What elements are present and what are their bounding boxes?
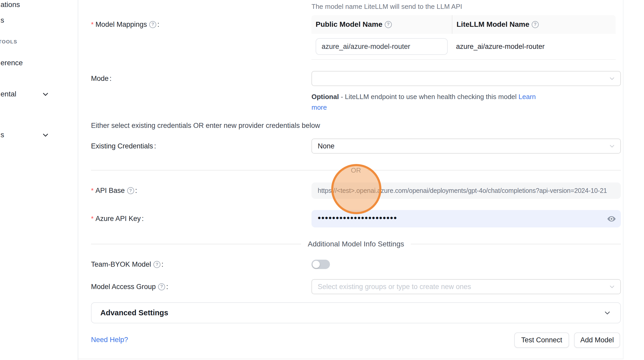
azure-api-key-label-text: Azure API Key xyxy=(95,215,141,223)
model-access-group-placeholder: Select existing groups or type to create… xyxy=(318,283,471,291)
or-divider: OR xyxy=(91,166,621,175)
label-colon: : xyxy=(154,142,156,150)
existing-credentials-label-text: Existing Credentials xyxy=(91,142,153,150)
chevron-down-icon[interactable] xyxy=(41,90,50,99)
team-byok-toggle[interactable] xyxy=(311,260,330,269)
sidebar-item-settings[interactable]: s xyxy=(1,131,4,139)
help-question-icon[interactable]: ? xyxy=(127,187,134,194)
existing-credentials-value: None xyxy=(318,142,335,150)
credentials-note: Either select existing credentials OR en… xyxy=(91,122,320,130)
help-question-icon[interactable]: ? xyxy=(149,21,156,28)
public-model-name-header-text: Public Model Name xyxy=(316,20,382,29)
additional-settings-divider-text: Additional Model Info Settings xyxy=(308,240,404,248)
label-colon: : xyxy=(157,21,159,29)
sidebar-item-models[interactable]: s xyxy=(1,16,4,24)
card-bottom-divider xyxy=(78,359,623,359)
or-divider-text: OR xyxy=(351,166,361,174)
model-mappings-table: Public Model Name ? LiteLLM Model Name ?… xyxy=(311,15,616,60)
optional-prefix: Optional xyxy=(311,93,339,101)
model-access-group-select[interactable]: Select existing groups or type to create… xyxy=(311,279,621,294)
advanced-settings-label: Advanced Settings xyxy=(100,309,168,317)
masked-api-key: •••••••••••••••••••••• xyxy=(318,213,397,222)
chevron-down-icon[interactable] xyxy=(41,131,50,140)
azure-api-key-input[interactable]: •••••••••••••••••••••• xyxy=(311,210,621,227)
mode-select[interactable] xyxy=(311,71,621,86)
required-asterisk: * xyxy=(91,21,94,29)
mode-helper-text: Optional - LiteLLM endpoint to use when … xyxy=(311,91,537,113)
model-mappings-label: * Model Mappings ? : xyxy=(91,19,159,30)
team-byok-label: Team-BYOK Model ? : xyxy=(91,260,164,269)
help-question-icon[interactable]: ? xyxy=(385,21,392,28)
label-colon: : xyxy=(161,260,164,269)
existing-credentials-select[interactable]: None xyxy=(311,139,621,154)
divider-line xyxy=(368,170,621,171)
divider-line xyxy=(91,244,301,244)
existing-credentials-label: Existing Credentials : xyxy=(91,139,156,154)
model-name-hint: The model name LiteLLM will send to the … xyxy=(311,3,462,11)
sidebar-item-reference[interactable]: erence xyxy=(1,59,23,67)
model-access-group-label: Model Access Group ? : xyxy=(91,279,168,294)
sidebar-section-tools: TOOLS xyxy=(0,39,17,45)
model-mappings-table-header: Public Model Name ? LiteLLM Model Name ? xyxy=(311,15,616,34)
content-right-divider xyxy=(623,0,623,359)
required-asterisk: * xyxy=(91,187,94,195)
toggle-knob xyxy=(313,261,320,268)
team-byok-label-text: Team-BYOK Model xyxy=(91,260,151,269)
sidebar-divider xyxy=(78,0,78,360)
chevron-down-icon xyxy=(608,283,616,290)
help-question-icon[interactable]: ? xyxy=(158,283,165,290)
model-access-group-label-text: Model Access Group xyxy=(91,283,156,291)
toggle-visibility-button[interactable] xyxy=(606,214,617,224)
table-row: azure_ai/azure-model-router azure_ai/azu… xyxy=(311,34,616,60)
test-connect-button[interactable]: Test Connect xyxy=(514,332,569,348)
additional-settings-divider: Additional Model Info Settings xyxy=(91,240,621,248)
mode-label-text: Mode xyxy=(91,75,109,83)
sidebar-item-integrations[interactable]: ations xyxy=(1,1,20,9)
add-model-page: ations s TOOLS erence ental s The model … xyxy=(0,0,644,360)
label-colon: : xyxy=(166,283,168,291)
api-base-input[interactable]: https://<test>.openai.azure.com/openai/d… xyxy=(311,182,621,199)
label-colon: : xyxy=(142,215,144,223)
azure-api-key-label: * Azure API Key : xyxy=(91,210,144,227)
litellm-model-name-value: azure_ai/azure-model-router xyxy=(452,43,616,51)
chevron-down-icon xyxy=(608,142,616,150)
label-colon: : xyxy=(135,187,137,195)
add-model-button[interactable]: Add Model xyxy=(574,332,620,348)
sidebar: ations s TOOLS erence ental s xyxy=(0,0,78,360)
divider-line xyxy=(91,170,344,171)
required-asterisk: * xyxy=(91,215,94,223)
api-base-label-text: API Base xyxy=(95,187,125,195)
public-model-name-header: Public Model Name ? xyxy=(311,20,452,29)
need-help-link[interactable]: Need Help? xyxy=(91,336,128,344)
advanced-settings-panel[interactable]: Advanced Settings xyxy=(91,302,621,323)
litellm-model-name-header: LiteLLM Model Name ? xyxy=(452,15,616,34)
api-base-label: * API Base ? : xyxy=(91,182,137,199)
chevron-down-icon xyxy=(603,309,612,317)
chevron-down-icon xyxy=(608,75,616,82)
public-model-name-input[interactable]: azure_ai/azure-model-router xyxy=(316,38,448,55)
litellm-model-name-header-text: LiteLLM Model Name xyxy=(457,20,529,29)
divider-line xyxy=(411,244,621,244)
sidebar-item-experimental[interactable]: ental xyxy=(1,90,16,98)
model-mappings-label-text: Model Mappings xyxy=(95,21,147,29)
mode-label: Mode : xyxy=(91,71,112,86)
eye-icon xyxy=(607,214,616,224)
help-question-icon[interactable]: ? xyxy=(532,21,539,28)
label-colon: : xyxy=(110,75,112,83)
help-question-icon[interactable]: ? xyxy=(153,261,160,268)
mode-helper-body: - LiteLLM endpoint to use when health ch… xyxy=(339,93,518,101)
